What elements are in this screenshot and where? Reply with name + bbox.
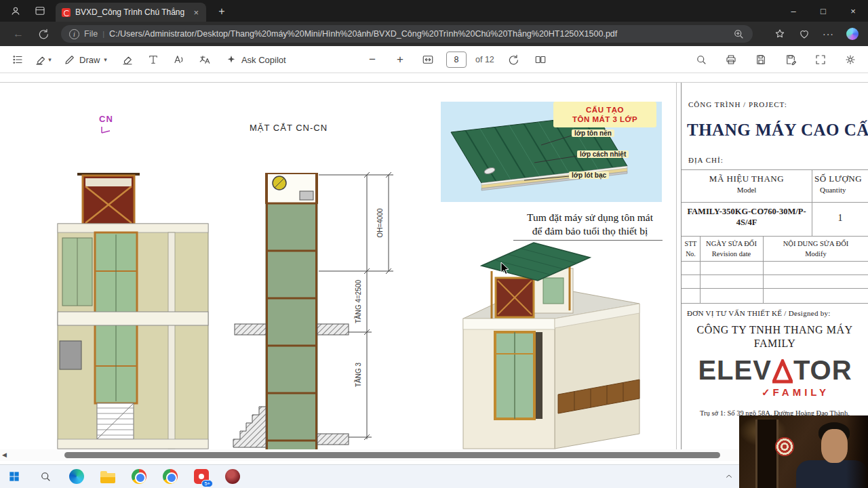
- settings-more-icon[interactable]: ···: [823, 28, 834, 39]
- zoom-out-button[interactable]: −: [363, 49, 382, 70]
- notification-badge: 5+: [201, 480, 213, 488]
- highlighter-icon[interactable]: ▾: [34, 49, 53, 70]
- close-button[interactable]: ×: [838, 0, 868, 22]
- page-info-icon[interactable]: i: [69, 29, 79, 39]
- chevron-up-icon: [724, 472, 734, 481]
- taskbar-browser-button-1[interactable]: [130, 468, 148, 485]
- taskbar-app-maroon-button[interactable]: [224, 468, 241, 485]
- draw-button[interactable]: Draw ▾: [60, 49, 111, 70]
- eraser-icon[interactable]: [118, 49, 137, 70]
- logo-text-tor: TOR: [793, 357, 852, 384]
- elevation-drawing: [54, 169, 214, 451]
- quantity-subheader: Quantity: [820, 186, 846, 194]
- section-title: MẶT CẮT CN-CN: [250, 123, 328, 133]
- model-header: MÃ HIỆU THANG: [682, 174, 812, 184]
- rotate-icon[interactable]: [503, 49, 522, 70]
- drawing-title-block: CÔNG TRÌNH / PROJECT: THANG MÁY CAO CẤP …: [681, 83, 868, 451]
- ask-copilot-label: Ask Copilot: [241, 55, 286, 65]
- favorite-star-icon[interactable]: [774, 28, 786, 40]
- copilot-icon[interactable]: [846, 28, 859, 40]
- taskbar-edge-button[interactable]: [68, 468, 85, 485]
- wall-shadow: [846, 415, 868, 488]
- draw-label: Draw: [79, 55, 100, 65]
- toc-icon[interactable]: [8, 49, 27, 70]
- project-name: THANG MÁY CAO CẤP: [687, 121, 868, 140]
- url-divider: |: [102, 30, 104, 38]
- tab-title: BVXD_Công Trình Chú Thắng HT1: [75, 7, 187, 17]
- browser-icon: [132, 469, 146, 484]
- page-count-label: of 12: [475, 55, 494, 64]
- chevron-down-icon: ▾: [48, 56, 52, 63]
- browser-tab[interactable]: BVXD_Công Trình Chú Thắng HT1 ×: [56, 3, 206, 22]
- search-icon[interactable]: [692, 49, 711, 70]
- cn-marker-tick: [100, 126, 111, 134]
- browser-tab-bar: BVXD_Công Trình Chú Thắng HT1 × + – □ ×: [0, 0, 868, 22]
- page-number-input[interactable]: [446, 52, 467, 68]
- note-line-1: Tum đặt máy sử dụng tôn mát: [512, 211, 668, 224]
- tab-actions-icon[interactable]: [30, 2, 50, 20]
- pdf-settings-gear-icon[interactable]: [841, 49, 860, 70]
- project-label: CÔNG TRÌNH / PROJECT:: [688, 100, 787, 108]
- print-icon[interactable]: [722, 49, 741, 70]
- browser-essentials-icon[interactable]: [798, 28, 810, 40]
- read-aloud-icon[interactable]: [170, 49, 189, 70]
- quantity-header: SỐ LƯỢNG: [814, 174, 862, 184]
- designer-label: ĐƠN VỊ TƯ VẤN THIẾT KẾ / Designed by:: [687, 309, 831, 317]
- tray-chevron-button[interactable]: [720, 468, 738, 485]
- fit-to-width-icon[interactable]: [418, 49, 437, 70]
- isometric-building-drawing: [444, 237, 648, 451]
- note-line-2: để đảm bảo tuổi thọ thiết bị: [512, 225, 668, 237]
- roof-title-line1: CẤU TẠO: [586, 105, 624, 115]
- pdf-favicon: [62, 8, 71, 17]
- quantity-value: 1: [812, 213, 868, 224]
- taskbar-app-red-button[interactable]: 5+: [193, 468, 210, 485]
- minimize-button[interactable]: –: [778, 0, 808, 22]
- edge-browser-window: BVXD_Công Trình Chú Thắng HT1 × + – □ × …: [0, 0, 868, 488]
- company-name-line1: CÔNG TY TNHH THANG MÁY: [682, 324, 868, 336]
- address-input[interactable]: i File | C:/Users/Administrator/Desktop/…: [61, 25, 753, 43]
- dim-oh-label: OH=4000: [376, 208, 384, 238]
- taskbar-browser-button-2[interactable]: [161, 468, 179, 485]
- model-subheader: Model: [682, 186, 812, 194]
- section-drawing: OH=4000 TẦNG 4=2500 TẦNG 3: [224, 168, 400, 451]
- horizontal-scrollbar[interactable]: ◀: [0, 449, 868, 461]
- zoom-in-button[interactable]: +: [391, 49, 410, 70]
- chevron-down-icon: ▾: [104, 56, 107, 63]
- pdf-toolbar: ▾ Draw ▾ Ask Copilot: [0, 46, 868, 73]
- edge-icon: [69, 469, 84, 484]
- roof-title-line2: TÔN MÁT 3 LỚP: [572, 115, 637, 124]
- roof-layer-label: lớp lót bạc: [569, 171, 609, 179]
- maroon-app-icon: [225, 469, 240, 484]
- taskbar-search-button[interactable]: [37, 468, 54, 485]
- cn-section-marker: CN: [99, 114, 113, 124]
- roof-diagram-title-box: CẤU TẠO TÔN MÁT 3 LỚP: [553, 102, 656, 127]
- logo-check-icon: ✓: [762, 386, 770, 398]
- translate-icon[interactable]: [195, 49, 214, 70]
- scroll-left-arrow[interactable]: ◀: [2, 451, 7, 458]
- webcam-overlay: [739, 415, 868, 488]
- scrollbar-thumb[interactable]: [64, 452, 720, 458]
- profile-avatar[interactable]: [5, 2, 26, 20]
- door-frame: [755, 420, 778, 488]
- maximize-button[interactable]: □: [808, 0, 838, 22]
- back-icon[interactable]: ←: [8, 22, 28, 46]
- chrome-icon: [163, 469, 178, 484]
- dim-floor3-label: TẦNG 3: [354, 363, 362, 388]
- save-icon[interactable]: [751, 49, 770, 70]
- url-text[interactable]: C:/Users/Administrator/Desktop/Thang%20m…: [109, 29, 728, 39]
- refresh-icon[interactable]: [35, 28, 50, 40]
- zoom-indicator-icon[interactable]: [732, 28, 745, 40]
- start-button[interactable]: [5, 468, 23, 485]
- add-text-icon[interactable]: [144, 49, 163, 70]
- page-view-icon[interactable]: [531, 49, 550, 70]
- browser-address-bar: ← i File | C:/Users/Administrator/Deskto…: [0, 22, 868, 46]
- mouse-cursor: [500, 262, 510, 275]
- taskbar-file-explorer-button[interactable]: [99, 468, 117, 485]
- new-tab-button[interactable]: +: [213, 4, 231, 19]
- fullscreen-icon[interactable]: [811, 49, 830, 70]
- logo-family-text: FAMILY: [772, 386, 829, 398]
- save-as-icon[interactable]: [781, 49, 800, 70]
- ask-copilot-button[interactable]: Ask Copilot: [221, 49, 290, 70]
- windows-taskbar: 5+: [0, 464, 868, 488]
- tab-close-icon[interactable]: ×: [192, 7, 200, 18]
